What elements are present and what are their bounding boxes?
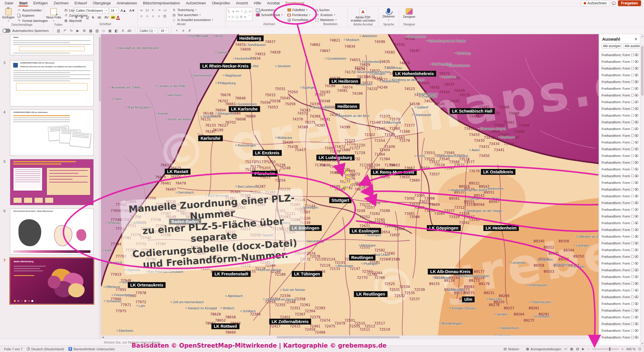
window-scrollbar[interactable]: ▲ ▼ [640,34,644,346]
accessibility-status[interactable]: ♿Barrierefreiheit: Untersuchen [68,347,115,351]
selection-row[interactable]: Freihandform: Form 2... [599,314,640,320]
menu-tab-animationen[interactable]: Animationen [114,0,140,6]
selection-row[interactable]: Freihandform: Form 2... [599,206,640,213]
dictate-button[interactable]: Diktieren▾ [381,8,396,23]
selection-row[interactable]: Freihandform: Form 2... [599,72,640,78]
show-all-button[interactable]: Alle anzeigen [602,43,622,49]
clear-format-icon[interactable]: ✗ [187,28,193,34]
slide-thumbnail-2[interactable]: TIPPS: [10,35,94,55]
numbered-list-icon[interactable]: 1≡ [145,8,150,13]
selection-row[interactable]: Freihandform: Form 2... [599,199,640,206]
selection-row[interactable]: Freihandform: Form 2... [599,287,640,294]
scroll-right-icon[interactable]: ▶ [596,336,598,339]
district-label[interactable]: LK Tübingen [292,271,323,277]
selection-row[interactable]: Freihandform: Form 2... [599,172,640,179]
thumbnail-panel-scrollbar[interactable] [99,34,101,339]
selection-row[interactable]: Freihandform: Form 2... [599,99,640,105]
visibility-eye-icon[interactable] [635,316,638,318]
menu-tab-ansicht[interactable]: Ansicht [233,0,251,6]
font-name-select[interactable]: Calibri (Textkörper)▾ [74,8,108,13]
district-label[interactable]: LK Rottweil [211,323,239,329]
table-icon[interactable]: ▦ [88,28,94,34]
visibility-eye-icon[interactable] [635,87,638,90]
record-button[interactable]: Aufzeichnen [581,0,609,6]
qat-size-box[interactable]: 18▾ [159,28,168,33]
visibility-eye-icon[interactable] [635,275,638,278]
district-label[interactable]: LK Rastatt [165,169,191,175]
shape-effects-button[interactable]: Formeffekte▾ [287,18,312,22]
select-button[interactable]: Markieren▾ [314,18,337,22]
visibility-eye-icon[interactable] [635,309,638,312]
redo-icon[interactable]: ↻ [68,28,74,34]
district-label[interactable]: LK Rems-Murr-Kreis [371,169,417,175]
selection-row[interactable]: Freihandform: Form 2... [599,220,640,226]
zoom-in-icon[interactable]: + [621,347,623,351]
zoom-level[interactable]: 400 % [626,347,636,351]
menu-tab-übergänge[interactable]: Übergänge [90,0,114,6]
text-direction-button[interactable]: ⇅Textrichtung▾ [171,8,214,12]
selection-row[interactable]: Freihandform: Form 2... [599,51,640,58]
menu-tab-hilfe[interactable]: Hilfe [251,0,264,6]
justify-icon[interactable]: ≡ [156,13,162,18]
grow-font-button[interactable]: A▲ [119,8,127,13]
visibility-eye-icon[interactable] [635,222,638,224]
replace-button[interactable]: ⇄Ersetzen▾ [314,13,337,17]
visibility-eye-icon[interactable] [635,322,638,325]
selection-row[interactable]: Freihandform: Form 2... [599,159,640,166]
language-status[interactable]: Deutsch (Deutschland) [27,347,64,351]
menu-tab-start[interactable]: Start [16,0,30,6]
district-label[interactable]: Pforzheim [252,171,277,177]
columns-icon[interactable]: ▥ [162,13,167,18]
close-icon[interactable]: ✕ [634,37,638,42]
district-label[interactable]: LK Heidenheim [483,225,519,231]
slide-thumbnail-7-selected[interactable]: 7 Baden-Württemberg [10,258,94,304]
decrease-indent-icon[interactable]: ⇤ [150,8,156,13]
reading-view-icon[interactable]: ▤ [576,347,579,351]
slide-thumbnail-5[interactable]: 5 [10,159,94,205]
font-color-icon[interactable]: A [120,28,126,34]
selection-row[interactable]: Freihandform: Form 2... [599,92,640,99]
undo-icon[interactable]: ↶ [62,28,68,34]
align-text-button[interactable]: ▤Text ausrichten▾ [171,13,214,17]
district-label[interactable]: LK Hohenlohekreis [393,71,436,77]
line-spacing-icon[interactable]: ↕≡ [162,8,167,13]
visibility-eye-icon[interactable] [635,195,638,197]
visibility-eye-icon[interactable] [635,242,638,244]
selection-row[interactable]: Freihandform: Form 2... [599,179,640,186]
selection-row[interactable]: Freihandform: Form 2... [599,139,640,146]
menu-tab-formformat[interactable]: Formformat [282,0,307,6]
district-label[interactable]: LK Alb-Donau-Kreis [428,269,473,275]
normal-view-icon[interactable]: ▭ [564,347,567,351]
selection-row[interactable]: Freihandform: Form 2... [599,58,640,65]
text-shadow-button[interactable]: ab [96,14,102,20]
district-label[interactable]: LK Göppingen [427,225,461,231]
selection-row[interactable]: Freihandform: Form 2... [599,320,640,327]
visibility-eye-icon[interactable] [635,74,638,76]
visibility-eye-icon[interactable] [635,228,638,231]
horizontal-scrollbar[interactable]: ◀ ▶ [101,335,599,339]
district-label[interactable]: LK Ostalbkreis [481,169,515,175]
selection-row[interactable]: Freihandform: Form 2... [599,186,640,193]
visibility-eye-icon[interactable] [635,154,638,157]
char-spacing-button[interactable]: AV [103,14,110,20]
fit-to-window-icon[interactable]: ⊡ [638,347,641,351]
visibility-eye-icon[interactable] [635,101,638,103]
slideshow-icon[interactable]: ▶ [582,347,584,351]
selection-row[interactable]: Freihandform: Form 2... [599,334,640,341]
increase-indent-icon[interactable]: ⇥ [156,8,162,13]
visibility-eye-icon[interactable] [635,134,638,137]
district-label[interactable]: LK Freudenstadt [212,271,251,277]
start-slideshow-icon[interactable]: ▶ [75,28,81,34]
menu-tab-acrobat[interactable]: Acrobat [264,0,282,6]
district-label[interactable]: Reutlingen [349,255,376,260]
visibility-eye-icon[interactable] [635,269,638,271]
visibility-eye-icon[interactable] [635,188,638,191]
slide-canvas[interactable]: © grebemaps.de © grebemaps.de 7488974909… [101,34,599,339]
menu-tab-aufzeichnen[interactable]: Aufzeichnen [183,0,209,6]
visibility-eye-icon[interactable] [635,208,638,211]
selection-row[interactable]: Freihandform: Form 2... [599,226,640,233]
menu-tab-bildschirmpräsentation[interactable]: Bildschirmpräsentation [140,0,183,6]
visibility-eye-icon[interactable] [635,201,638,204]
image-icon[interactable]: ▨ [94,28,100,34]
italic-button[interactable]: K [80,14,84,20]
